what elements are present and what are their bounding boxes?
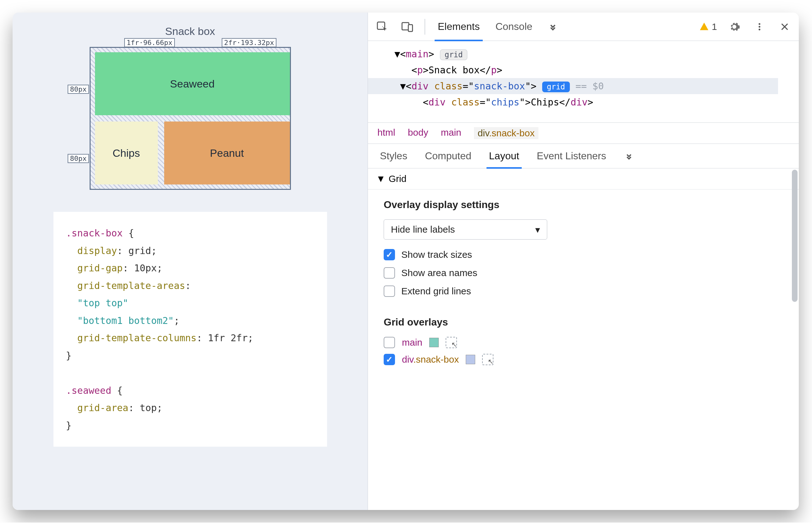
snack-box-grid: Seaweed Chips Peanut bbox=[90, 47, 291, 190]
warning-counter[interactable]: 1 bbox=[699, 22, 717, 32]
grid-overlays-heading: Grid overlays bbox=[384, 317, 783, 328]
css-selector: .seaweed bbox=[66, 385, 112, 396]
dom-node-main[interactable]: ▼<main> grid bbox=[377, 46, 796, 62]
overlay-label[interactable]: main bbox=[402, 337, 422, 348]
option-label: Extend grid lines bbox=[401, 286, 471, 296]
svg-point-5 bbox=[758, 29, 760, 30]
css-str: "top top" bbox=[77, 297, 129, 308]
dom-node-selected[interactable]: ▼<div class="snack-box"> grid == $0 bbox=[368, 78, 778, 94]
checkbox-checked-icon[interactable]: ✓ bbox=[384, 354, 395, 365]
line-labels-select[interactable]: Hide line labels ▾ bbox=[384, 220, 547, 240]
dom-node-p[interactable]: <p>Snack box</p> bbox=[377, 62, 796, 78]
option-label: Show track sizes bbox=[401, 249, 472, 260]
highlight-element-icon[interactable] bbox=[446, 337, 457, 348]
css-prop: grid-gap bbox=[77, 263, 123, 274]
inspect-icon[interactable] bbox=[374, 19, 390, 34]
dom-attr-val: chips bbox=[491, 97, 519, 108]
option-show-track-sizes[interactable]: ✓ Show track sizes bbox=[384, 249, 783, 260]
highlight-element-icon[interactable] bbox=[482, 354, 493, 365]
crumb-div-class: .snack-box bbox=[489, 128, 535, 138]
css-val: 10px bbox=[134, 263, 157, 274]
device-toggle-icon[interactable] bbox=[400, 19, 415, 34]
devtools-toolbar: Elements Console 1 bbox=[368, 13, 799, 41]
grid-badge-active[interactable]: grid bbox=[542, 82, 570, 92]
subtab-event-listeners[interactable]: Event Listeners bbox=[534, 144, 609, 168]
css-prop: grid-template-columns bbox=[77, 333, 197, 344]
dom-attr-val: snack-box bbox=[474, 81, 525, 92]
css-val: 1fr 2fr bbox=[208, 333, 247, 344]
overlay-row-snack-box: ✓ div.snack-box bbox=[384, 354, 783, 365]
select-value: Hide line labels bbox=[391, 224, 455, 235]
dom-node-child[interactable]: <div class="chips">Chips</div> bbox=[377, 94, 796, 110]
track-label-col1: 1fr·96.66px bbox=[124, 38, 175, 47]
crumb-body[interactable]: body bbox=[408, 127, 428, 139]
cell-peanut: Peanut bbox=[164, 122, 290, 184]
dom-text: Chips bbox=[531, 97, 559, 108]
css-code-block[interactable]: .snack-box { display: grid; grid-gap: 10… bbox=[54, 212, 327, 447]
gear-icon[interactable] bbox=[726, 19, 742, 34]
grid-overlays-section: Grid overlays main ✓ div.snack-box bbox=[368, 313, 799, 380]
checkbox-icon[interactable] bbox=[384, 285, 395, 297]
layout-pane: ▼ Grid Overlay display settings Hide lin… bbox=[368, 168, 799, 510]
toolbar-separator bbox=[424, 19, 425, 34]
close-icon[interactable] bbox=[777, 19, 793, 34]
css-val: grid bbox=[128, 245, 151, 256]
subtab-styles[interactable]: Styles bbox=[377, 144, 410, 168]
more-subtabs-icon[interactable] bbox=[621, 148, 637, 164]
tab-console[interactable]: Console bbox=[492, 13, 535, 41]
devtools-pane: Elements Console 1 ▼<main> grid bbox=[368, 13, 799, 510]
tab-elements[interactable]: Elements bbox=[435, 13, 483, 41]
option-extend-grid-lines[interactable]: Extend grid lines bbox=[384, 285, 783, 297]
checkbox-checked-icon[interactable]: ✓ bbox=[384, 249, 395, 260]
subtab-layout[interactable]: Layout bbox=[487, 144, 522, 168]
dom-breadcrumb: html body main div.snack-box bbox=[368, 123, 799, 144]
color-swatch-div[interactable] bbox=[466, 355, 475, 364]
svg-point-4 bbox=[758, 26, 760, 28]
crumb-html[interactable]: html bbox=[377, 127, 395, 139]
grid-section-title: Grid bbox=[389, 173, 407, 184]
track-label-row2: 80px bbox=[68, 154, 89, 163]
svg-rect-1 bbox=[402, 22, 409, 30]
css-selector: .snack-box bbox=[66, 228, 123, 239]
overlay-label[interactable]: div.snack-box bbox=[402, 354, 459, 365]
preview-title: Snack box bbox=[165, 25, 215, 38]
page-preview-pane: Snack box 1fr·96.66px 2fr·193.32px 80px … bbox=[13, 13, 368, 510]
dom-tag: main bbox=[406, 48, 428, 59]
css-prop: grid-template-areas bbox=[77, 280, 185, 291]
styles-tabbar: Styles Computed Layout Event Listeners bbox=[368, 144, 799, 168]
crumb-div[interactable]: div.snack-box bbox=[474, 127, 538, 139]
checkbox-icon[interactable] bbox=[384, 337, 395, 348]
cell-chips: Chips bbox=[95, 122, 158, 184]
devtools-window: Snack box 1fr·96.66px 2fr·193.32px 80px … bbox=[13, 13, 799, 510]
svg-rect-2 bbox=[408, 25, 412, 31]
kebab-icon[interactable] bbox=[752, 19, 767, 34]
scrollbar[interactable] bbox=[792, 170, 798, 302]
css-str: "bottom1 bottom2" bbox=[77, 315, 174, 326]
dom-tree[interactable]: ▼<main> grid <p>Snack box</p> ▼<div clas… bbox=[368, 41, 799, 123]
disclosure-triangle-icon: ▼ bbox=[376, 173, 386, 184]
css-prop: display bbox=[77, 245, 117, 256]
track-label-col2: 2fr·193.32px bbox=[222, 38, 277, 47]
track-label-row1: 80px bbox=[68, 85, 89, 94]
overlay-settings-section: Overlay display settings Hide line label… bbox=[368, 190, 799, 313]
crumb-main[interactable]: main bbox=[441, 127, 461, 139]
dollar-zero: == $0 bbox=[576, 81, 604, 92]
grid-badge[interactable]: grid bbox=[440, 50, 468, 60]
dom-attr: class bbox=[434, 81, 463, 92]
checkbox-icon[interactable] bbox=[384, 267, 395, 279]
svg-point-3 bbox=[758, 23, 760, 25]
color-swatch-main[interactable] bbox=[429, 338, 439, 347]
option-show-area-names[interactable]: Show area names bbox=[384, 267, 783, 279]
crumb-div-tag: div bbox=[478, 128, 489, 138]
subtab-computed[interactable]: Computed bbox=[422, 144, 474, 168]
option-label: Show area names bbox=[401, 268, 477, 278]
overlay-row-main: main bbox=[384, 337, 783, 348]
css-prop: grid-area bbox=[77, 402, 129, 413]
css-val: top bbox=[140, 402, 157, 413]
grid-overlay-wrapper: 1fr·96.66px 2fr·193.32px 80px 80px Seawe… bbox=[90, 47, 291, 190]
chevron-down-icon: ▾ bbox=[535, 224, 540, 235]
cell-seaweed: Seaweed bbox=[95, 52, 290, 115]
dom-text: Snack box bbox=[429, 65, 480, 75]
grid-section-header[interactable]: ▼ Grid bbox=[368, 168, 799, 190]
more-tabs-icon[interactable] bbox=[545, 19, 561, 34]
